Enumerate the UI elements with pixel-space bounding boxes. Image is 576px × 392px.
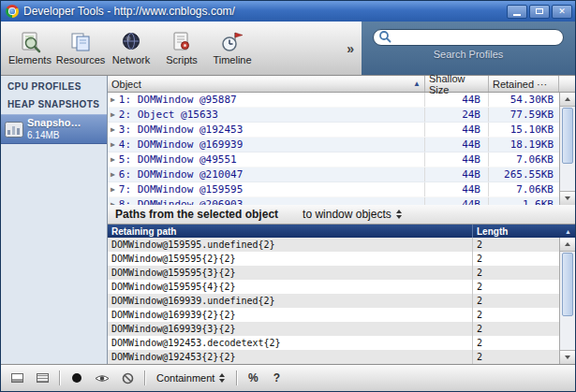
column-header-shallow-size[interactable]: Shallow Size [425, 76, 489, 92]
disclosure-triangle-icon[interactable]: ▶ [111, 141, 115, 149]
record-circle-icon [72, 373, 81, 383]
object-table-body: ▶1: DOMWindow @9588744B54.30KB▶2: Object… [108, 93, 575, 205]
view-mode-select[interactable]: Containment [151, 372, 230, 384]
scroll-up-button[interactable] [560, 93, 575, 107]
retaining-path-value: DOMWindow@169939.undefined{2} [108, 294, 473, 308]
clear-button[interactable] [116, 369, 139, 387]
scripts-icon [170, 31, 194, 53]
sidebar-item-snapshot[interactable]: Snapsho… 6.14MB [1, 114, 107, 144]
object-row[interactable]: ▶6: DOMWindow @21004744B265.55KB [108, 167, 575, 182]
scrollbar-track[interactable] [560, 317, 575, 350]
paths-table-scrollbar[interactable] [559, 238, 575, 364]
content-area: CPU PROFILES HEAP SNAPSHOTS Snapsho… 6.1… [1, 76, 575, 364]
console-icon [37, 373, 49, 383]
object-row[interactable]: ▶7: DOMWindow @15959544B7.06KB [108, 182, 575, 197]
paths-table-header: Retaining path Length ▲ [108, 225, 575, 238]
object-label: 8: DOMWindow @206903 [119, 198, 243, 205]
retaining-path-value: DOMWindow@192453{2}{2} [108, 350, 473, 364]
object-row[interactable]: ▶4: DOMWindow @16993944B18.19KB [108, 138, 575, 152]
retaining-path-row[interactable]: DOMWindow@169939.undefined{2}2 [108, 294, 575, 308]
help-button[interactable]: ? [266, 371, 287, 385]
toolbar-overflow-chevron[interactable]: » [339, 41, 362, 56]
object-row[interactable]: ▶5: DOMWindow @4955144B7.06KB [108, 152, 575, 167]
retained-size-value: 18.19KB [489, 138, 559, 152]
retaining-path-row[interactable]: DOMWindow@169939{3}{2}2 [108, 322, 575, 336]
retaining-path-row[interactable]: DOMWindow@169939{2}{2}2 [108, 308, 575, 322]
tab-elements-label: Elements [8, 54, 52, 65]
object-row[interactable]: ▶3: DOMWindow @19245344B15.10KB [108, 123, 575, 138]
column-header-length[interactable]: Length ▲ [473, 225, 575, 238]
retaining-path-row[interactable]: DOMWindow@159595.undefined{2}2 [108, 238, 575, 252]
minimize-button[interactable] [507, 5, 527, 19]
retained-size-value: 1.6KB [489, 197, 559, 205]
disclosure-triangle-icon[interactable]: ▶ [111, 96, 115, 104]
object-row[interactable]: ▶2: Object @1563324B77.59KB [108, 108, 575, 123]
tab-timeline-label: Timeline [213, 54, 251, 65]
column-header-object[interactable]: Object ▲ [108, 76, 425, 92]
resources-icon [68, 31, 93, 53]
retaining-path-row[interactable]: DOMWindow@192453.decodetext{2}2 [108, 336, 575, 350]
tab-network-label: Network [112, 54, 150, 65]
scrollbar-track[interactable] [560, 165, 575, 191]
record-button[interactable] [66, 369, 88, 387]
disclosure-triangle-icon[interactable]: ▶ [111, 126, 115, 134]
profiles-sidebar: CPU PROFILES HEAP SNAPSHOTS Snapsho… 6.1… [1, 76, 108, 364]
search-input[interactable] [373, 29, 564, 46]
retaining-path-row[interactable]: DOMWindow@159595{4}{2}2 [108, 280, 575, 294]
object-cell: ▶3: DOMWindow @192453 [108, 123, 425, 137]
dock-button[interactable] [6, 369, 28, 387]
network-icon [119, 31, 143, 53]
tab-resources[interactable]: Resources [55, 22, 106, 75]
dock-window-icon [11, 373, 23, 383]
tab-scripts[interactable]: Scripts [156, 22, 207, 75]
column-header-object-label: Object [111, 79, 141, 90]
column-header-retaining-path[interactable]: Retaining path [108, 225, 473, 238]
object-row[interactable]: ▶1: DOMWindow @9588744B54.30KB [108, 93, 575, 108]
retaining-path-row[interactable]: DOMWindow@159595{3}{2}2 [108, 266, 575, 280]
retaining-path-row[interactable]: DOMWindow@159595{2}{2}2 [108, 252, 575, 266]
tab-scripts-label: Scripts [166, 54, 198, 65]
window-title: Developer Tools - http://www.cnblogs.com… [23, 5, 502, 18]
retained-size-value: 54.30KB [489, 93, 559, 107]
object-label: 6: DOMWindow @210047 [119, 168, 243, 181]
close-button[interactable]: ✕ [552, 5, 572, 19]
retained-size-value: 77.59KB [489, 108, 559, 122]
maximize-button[interactable] [529, 5, 550, 19]
tab-network[interactable]: Network [106, 22, 156, 75]
disclosure-triangle-icon[interactable]: ▶ [111, 186, 115, 194]
object-table-scrollbar[interactable] [559, 93, 575, 205]
percent-button[interactable]: % [243, 371, 263, 385]
title-bar[interactable]: Developer Tools - http://www.cnblogs.com… [1, 1, 575, 22]
chrome-logo-icon [6, 5, 19, 18]
retaining-path-row[interactable]: DOMWindow@192453{2}{2}2 [108, 350, 575, 364]
disclosure-triangle-icon[interactable]: ▶ [111, 171, 115, 179]
object-row[interactable]: ▶8: DOMWindow @20690344B1.6KB [108, 197, 575, 205]
tab-elements[interactable]: Elements [5, 22, 55, 75]
column-header-shallow-label: Shallow Size [429, 73, 484, 95]
sort-ascending-icon: ▲ [565, 228, 575, 235]
column-header-retained-size[interactable]: Retained ··· [489, 76, 559, 92]
scroll-down-button[interactable] [560, 191, 575, 205]
window-controls: ✕ [507, 5, 572, 19]
eye-icon [95, 373, 110, 384]
paths-table-body: DOMWindow@159595.undefined{2}2DOMWindow@… [108, 238, 575, 364]
scrollbar-thumb[interactable] [562, 108, 573, 164]
scroll-down-button[interactable] [560, 350, 575, 364]
console-button[interactable] [31, 369, 53, 387]
panel-buttons: Elements Resources Network [1, 22, 258, 75]
paths-target-select[interactable]: to window objects [303, 208, 402, 221]
arrow-up-icon [565, 242, 570, 246]
tab-resources-label: Resources [56, 54, 106, 65]
disclosure-triangle-icon[interactable]: ▶ [111, 201, 115, 206]
separator [59, 370, 60, 385]
disclosure-triangle-icon[interactable]: ▶ [111, 156, 115, 164]
scrollbar-thumb[interactable] [562, 253, 573, 316]
retaining-path-value: DOMWindow@159595{2}{2} [108, 252, 473, 266]
inspect-button[interactable] [91, 369, 113, 387]
snapshot-name: Snapsho… [27, 117, 81, 129]
object-label: 2: Object @15633 [119, 109, 218, 121]
devtools-window: Developer Tools - http://www.cnblogs.com… [0, 0, 576, 392]
disclosure-triangle-icon[interactable]: ▶ [111, 111, 115, 119]
scroll-up-button[interactable] [560, 238, 575, 252]
tab-timeline[interactable]: Timeline [207, 22, 258, 75]
